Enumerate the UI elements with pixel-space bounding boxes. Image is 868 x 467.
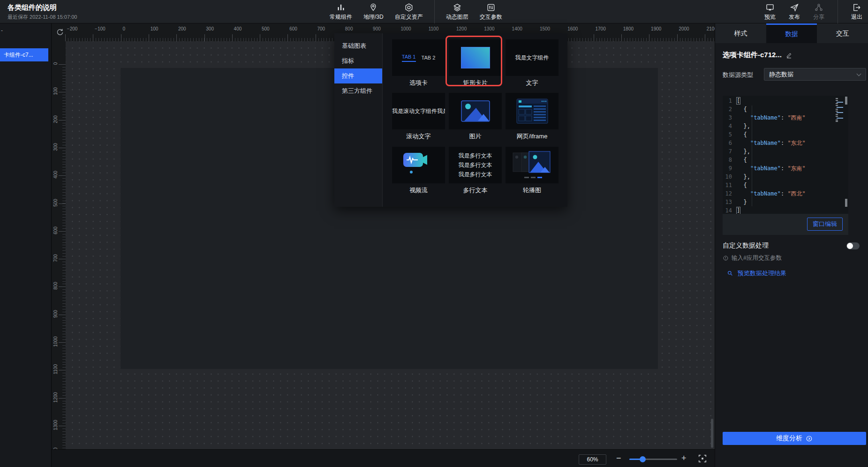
editor-scroll-mark-bottom (845, 199, 847, 207)
tile-preview-tabs: TAB 1TAB 2 (392, 39, 445, 76)
dimension-analysis-label: 维度分析 (776, 434, 802, 443)
search-icon (727, 270, 733, 277)
zoom-slider-thumb[interactable] (640, 456, 646, 462)
component-tile-label[interactable]: 选项卡 (392, 79, 445, 87)
toolbar-divider (434, 0, 435, 23)
hexagon-icon (404, 3, 414, 12)
toolbar-item-label: 交互参数 (480, 13, 502, 21)
component-tile-label[interactable]: 网页/iframe (506, 132, 559, 141)
zoom-out-button[interactable]: − (616, 453, 621, 463)
toolbar-item-4[interactable]: 动态图层 (446, 3, 468, 21)
toggle-knob (847, 243, 853, 249)
h-ruler-label: 1200 (456, 26, 467, 31)
h-ruler-label: 1700 (596, 26, 606, 31)
datasource-select[interactable]: 静态数据 (764, 68, 866, 81)
publish-plane-icon (790, 3, 799, 12)
sliders-icon (486, 3, 496, 12)
code-line-number: 5 (723, 130, 737, 139)
preview-monitor-icon (765, 3, 775, 12)
layer-item-selected[interactable]: 卡组件-c7... (0, 48, 48, 61)
component-tile-7[interactable] (392, 147, 445, 183)
component-tile-8[interactable]: 我是多行文本我是多行文本我是多行文本 (449, 147, 502, 183)
code-line-number: 2 (723, 105, 737, 113)
canvas-scrollbar-thumb[interactable] (711, 419, 713, 448)
component-tile-label[interactable]: 多行文本 (449, 186, 502, 195)
inspector-tabs: 样式数据交互 (715, 23, 868, 43)
layer-item-truncated[interactable]: - (1, 27, 3, 34)
component-tile-label[interactable]: 文字 (506, 79, 559, 87)
toolbar-item-5[interactable]: 交互参数 (480, 3, 502, 21)
inspector-tab-2[interactable]: 数据 (766, 23, 817, 43)
dimension-analysis-button[interactable]: 维度分析 (723, 432, 866, 445)
v-ruler-label: 1000 (53, 335, 58, 349)
h-ruler-label: 2100 (707, 26, 715, 31)
component-tile-label[interactable]: 轮播图 (506, 186, 559, 195)
component-tile-1[interactable]: TAB 1TAB 2 (392, 39, 445, 76)
edit-pencil-icon[interactable] (786, 52, 793, 59)
zoom-in-button[interactable]: + (681, 453, 687, 463)
menu-category-1[interactable]: 基础图表 (334, 38, 382, 53)
window-edit-button[interactable]: 窗口编辑 (807, 218, 843, 231)
component-tile-label[interactable]: 图片 (449, 132, 502, 141)
h-ruler-label: −200 (67, 26, 78, 31)
tile-preview-carousel-icon (506, 147, 559, 183)
code-line-number: 9 (723, 164, 737, 173)
code-line-number: 10 (723, 173, 737, 181)
component-tile-6[interactable] (506, 93, 559, 129)
code-line-number: 11 (723, 181, 737, 189)
custom-processing-toggle[interactable] (846, 242, 860, 249)
component-tile-label[interactable]: 滚动文字 (392, 132, 445, 141)
vertical-ruler-ticks (59, 41, 66, 449)
code-line-number: 12 (723, 189, 737, 198)
v-ruler-label: 900 (53, 307, 58, 321)
component-tile-3[interactable]: 我是文字组件 (506, 39, 559, 76)
h-ruler-label: 1500 (540, 26, 550, 31)
preview-data-result-link[interactable]: 预览数据处理结果 (727, 269, 786, 278)
component-tile-2[interactable] (449, 39, 502, 76)
tile-preview-video-icon (392, 147, 445, 183)
zoom-slider-track[interactable] (629, 459, 677, 460)
chevron-down-icon (857, 72, 861, 76)
toolbar-divider (838, 0, 838, 23)
inspector-tab-1[interactable]: 样式 (715, 23, 766, 43)
code-line: 1[ (723, 97, 848, 105)
h-ruler-label: 1900 (651, 26, 661, 31)
toolbar-item-2[interactable]: 地理/3D (363, 3, 384, 21)
toolbar-actions: 预览发布分享退出 (764, 0, 862, 23)
action-item-1[interactable]: 预览 (764, 3, 776, 21)
h-ruler-label: 200 (178, 26, 186, 31)
status-bar: 60% − + (52, 449, 715, 467)
code-line-number: 4 (723, 122, 737, 130)
menu-category-2[interactable]: 指标 (334, 53, 382, 68)
toolbar-item-label: 地理/3D (363, 13, 384, 21)
code-line: 11 { (723, 181, 848, 189)
component-tile-9[interactable] (506, 147, 559, 183)
inspector-tab-3[interactable]: 交互 (817, 23, 868, 43)
action-item-2[interactable]: 发布 (789, 3, 800, 21)
zoom-percent-box[interactable]: 60% (579, 454, 606, 465)
h-ruler-label: 2000 (679, 26, 689, 31)
circle-arrow-icon (806, 435, 813, 442)
menu-category-3[interactable]: 控件 (334, 68, 382, 83)
component-tile-label[interactable]: 矩形卡片 (449, 79, 502, 87)
code-line: 3 "tabName": "西南" (723, 113, 848, 122)
action-item-4[interactable]: 退出 (851, 3, 862, 21)
toolbar-item-1[interactable]: 常规组件 (330, 3, 352, 21)
h-ruler-label: 1400 (512, 26, 522, 31)
toolbar-tools: 常规组件地理/3D自定义资产动态图层交互参数 (330, 0, 502, 23)
v-ruler-label: 400 (53, 168, 58, 182)
code-line: 6 "tabName": "东北" (723, 139, 848, 147)
layers-icon (453, 3, 462, 12)
fit-to-screen-icon[interactable] (697, 453, 708, 464)
action-item-label: 发布 (789, 13, 800, 21)
h-ruler-label: 1800 (623, 26, 634, 31)
component-tile-5[interactable] (449, 93, 502, 129)
vertical-ruler: 0100200300400500600700800900100011001200… (52, 41, 66, 449)
component-tile-label[interactable]: 视频流 (392, 186, 445, 195)
component-tile-4[interactable]: 我是滚动文字组件我是 (392, 93, 445, 129)
json-code-editor[interactable]: 1[2 {3 "tabName": "西南"4 },5 {6 "tabName"… (723, 96, 848, 214)
toolbar-item-3[interactable]: 自定义资产 (395, 3, 423, 21)
code-line-number: 13 (723, 198, 737, 206)
reset-view-icon[interactable] (55, 28, 65, 37)
menu-category-4[interactable]: 第三方组件 (334, 83, 382, 98)
